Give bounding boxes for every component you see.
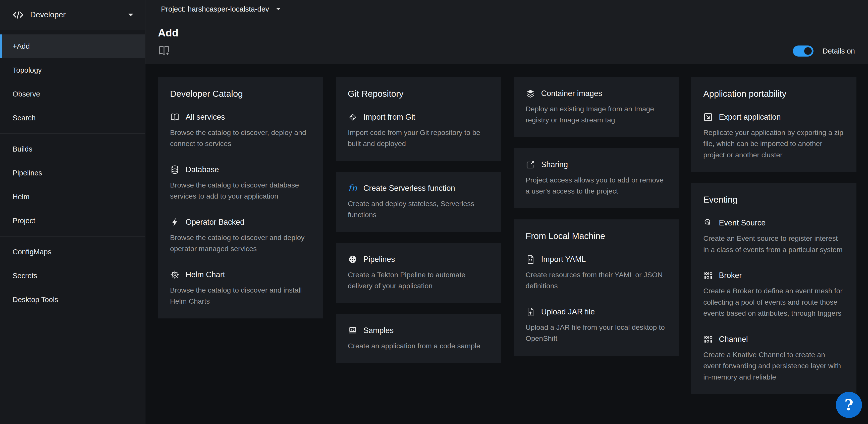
database-icon: [170, 165, 180, 174]
card-application-portability: Application portabilityExport applicatio…: [691, 77, 857, 172]
item-title[interactable]: Export application: [719, 113, 781, 122]
card-title: From Local Machine: [526, 231, 667, 241]
share-icon: [526, 160, 535, 169]
file-upload-icon: [526, 307, 535, 317]
card: PipelinesCreate a Tekton Pipeline to aut…: [336, 243, 501, 303]
file-code-icon: [526, 255, 535, 264]
item-description: Create an Event source to register inter…: [703, 233, 844, 255]
sidebar-item-builds[interactable]: Builds: [0, 137, 145, 161]
item-title[interactable]: Database: [186, 165, 219, 174]
card-title: Git Repository: [348, 89, 489, 99]
project-selector[interactable]: Project: harshcasper-localsta-dev: [161, 5, 281, 13]
sidebar-item-label: Helm: [12, 193, 30, 201]
card-from-local-machine: From Local MachineImport YAMLCreate reso…: [514, 219, 679, 356]
sidebar-item-label: ConfigMaps: [12, 248, 52, 256]
item-title[interactable]: Pipelines: [364, 255, 395, 264]
details-toggle[interactable]: [793, 46, 813, 57]
item-title[interactable]: Upload JAR file: [541, 307, 595, 316]
add-item-import-yaml[interactable]: Import YAMLCreate resources from their Y…: [526, 255, 667, 291]
page-header: Add Details on: [146, 18, 868, 64]
sidebar-item-observe[interactable]: Observe: [0, 82, 145, 106]
item-title[interactable]: Channel: [719, 335, 748, 344]
add-item-import-from-git[interactable]: Import from GitImport code from your Git…: [348, 112, 489, 149]
book-plus-icon[interactable]: [158, 45, 170, 57]
sidebar-item-configmaps[interactable]: ConfigMaps: [0, 240, 145, 264]
bolt-icon: [170, 218, 180, 227]
git-icon: [348, 112, 358, 122]
item-title[interactable]: Container images: [541, 89, 602, 98]
details-toggle-group: Details on: [793, 46, 855, 57]
help-button[interactable]: ?: [836, 392, 862, 418]
export-icon: [703, 112, 713, 122]
item-title[interactable]: Event Source: [719, 219, 766, 227]
sidebar-item-label: Topology: [12, 66, 42, 75]
item-description: Create resources from their YAML or JSON…: [526, 269, 667, 291]
card: fnCreate Serverless functionCreate and d…: [336, 172, 501, 232]
sidebar-item-label: Secrets: [12, 272, 37, 280]
item-title[interactable]: Import from Git: [364, 113, 415, 122]
item-title[interactable]: Import YAML: [541, 255, 586, 264]
sidebar-item-label: Observe: [12, 90, 40, 98]
add-item-export-application[interactable]: Export applicationReplicate your applica…: [703, 112, 844, 160]
item-title[interactable]: Helm Chart: [186, 270, 225, 279]
event-source-icon: [703, 218, 713, 228]
item-title[interactable]: All services: [186, 113, 225, 122]
item-title[interactable]: Operator Backed: [186, 218, 244, 227]
item-description: Create a Knative Channel to create an ev…: [703, 349, 844, 383]
add-item-pipelines[interactable]: PipelinesCreate a Tekton Pipeline to aut…: [348, 255, 489, 291]
item-title[interactable]: Samples: [364, 326, 394, 335]
fn-icon: fn: [348, 183, 358, 193]
add-item-all-services[interactable]: All servicesBrowse the catalog to discov…: [170, 112, 311, 149]
add-item-channel[interactable]: ChannelCreate a Knative Channel to creat…: [703, 335, 844, 383]
book-icon: [170, 112, 180, 122]
layers-icon: [526, 89, 535, 98]
card: SharingProject access allows you to add …: [514, 148, 679, 208]
add-item-database[interactable]: DatabaseBrowse the catalog to discover d…: [170, 165, 311, 202]
add-item-broker[interactable]: BrokerCreate a Broker to define an event…: [703, 271, 844, 319]
item-description: Browse the catalog to discover and insta…: [170, 284, 311, 307]
details-toggle-label: Details on: [823, 47, 855, 55]
add-item-create-serverless-function[interactable]: fnCreate Serverless functionCreate and d…: [348, 183, 489, 220]
item-description: Import code from your Git repository to …: [348, 127, 489, 149]
sidebar-item-desktop-tools[interactable]: Desktop Tools: [0, 288, 145, 312]
sidebar-item-add[interactable]: +Add: [0, 34, 145, 58]
card-eventing: EventingEvent SourceCreate an Event sour…: [691, 183, 857, 394]
item-title[interactable]: Sharing: [541, 160, 568, 169]
item-description: Browse the catalog to discover, deploy a…: [170, 127, 311, 149]
sidebar-item-secrets[interactable]: Secrets: [0, 264, 145, 288]
add-item-helm-chart[interactable]: Helm ChartBrowse the catalog to discover…: [170, 270, 311, 307]
main-area: Project: harshcasper-localsta-dev Add De…: [146, 0, 868, 424]
page-title: Add: [158, 27, 854, 39]
sidebar-item-label: Pipelines: [12, 169, 42, 177]
sidebar-item-pipelines[interactable]: Pipelines: [0, 161, 145, 185]
sidebar-item-label: +Add: [12, 42, 30, 51]
card-developer-catalog: Developer CatalogAll servicesBrowse the …: [158, 77, 323, 318]
item-title[interactable]: Broker: [719, 271, 742, 280]
sidebar-group: +AddTopologyObserveSearch: [0, 34, 145, 130]
card: SamplesCreate an application from a code…: [336, 314, 501, 363]
add-item-container-images[interactable]: Container imagesDeploy an existing Image…: [526, 89, 667, 126]
sidebar-item-search[interactable]: Search: [0, 106, 145, 130]
item-description: Replicate your application by exporting …: [703, 127, 844, 160]
code-icon: [12, 9, 24, 20]
add-item-upload-jar-file[interactable]: Upload JAR fileUpload a JAR file from yo…: [526, 307, 667, 344]
add-item-operator-backed[interactable]: Operator BackedBrowse the catalog to dis…: [170, 218, 311, 254]
sidebar-item-helm[interactable]: Helm: [0, 185, 145, 209]
perspective-switcher[interactable]: Developer: [0, 0, 145, 30]
add-item-sharing[interactable]: SharingProject access allows you to add …: [526, 160, 667, 197]
sidebar-item-topology[interactable]: Topology: [0, 58, 145, 82]
toggle-knob: [804, 47, 812, 55]
add-item-samples[interactable]: SamplesCreate an application from a code…: [348, 326, 489, 351]
item-description: Upload a JAR file from your local deskto…: [526, 322, 667, 344]
sidebar-group: ConfigMapsSecretsDesktop Tools: [0, 236, 145, 312]
binary-icon: [703, 271, 713, 280]
item-description: Create an application from a code sample: [348, 340, 489, 351]
helm-icon: [170, 270, 180, 280]
card-title: Eventing: [703, 195, 844, 205]
add-item-event-source[interactable]: Event SourceCreate an Event source to re…: [703, 218, 844, 255]
sidebar-item-label: Project: [12, 217, 35, 225]
card-column: Developer CatalogAll servicesBrowse the …: [158, 77, 323, 318]
item-title[interactable]: Create Serverless function: [364, 184, 455, 193]
sidebar-item-project[interactable]: Project: [0, 209, 145, 233]
card: Container imagesDeploy an existing Image…: [514, 77, 679, 137]
